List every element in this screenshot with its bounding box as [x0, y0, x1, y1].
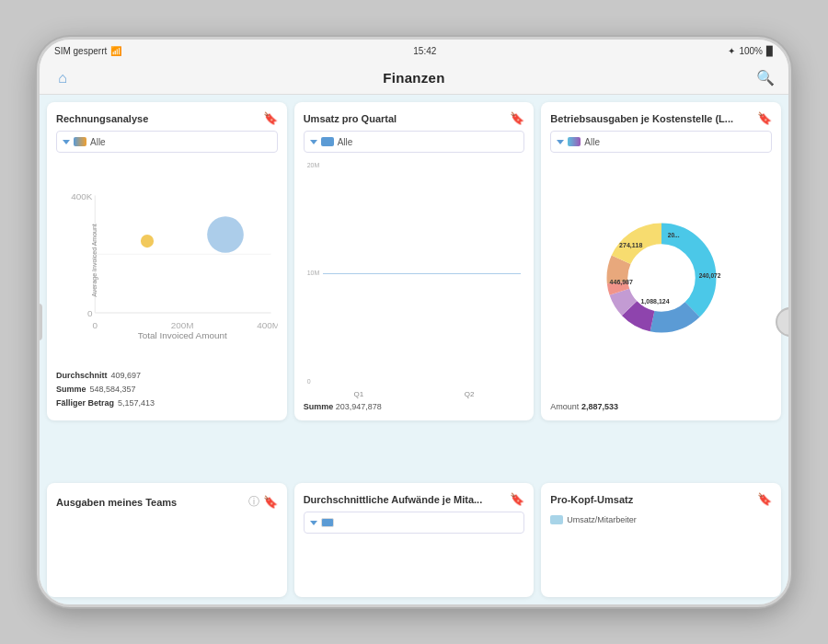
durchschnittliche-title: Durchschnittliche Aufwände je Mita...: [304, 494, 483, 505]
bookmark-icon-2[interactable]: 🔖: [510, 111, 524, 125]
filter-label: Alle: [90, 137, 106, 147]
umsatz-title: Umsatz pro Quartal: [304, 113, 397, 124]
sim-status: SIM gesperrt: [54, 46, 107, 56]
card-header: Rechnungsanalyse 🔖: [56, 111, 278, 125]
search-nav-icon[interactable]: 🔍: [755, 68, 776, 88]
svg-text:274,118: 274,118: [619, 242, 642, 249]
scatter-svg: 400K 0 0 200M 400M Total Invoiced Amount: [56, 158, 278, 363]
status-right: ✦ 100% ▉: [728, 46, 774, 56]
q1-label: Q1: [353, 390, 363, 398]
ausgaben-title: Ausgaben meines Teams: [56, 497, 177, 508]
durchschnittliche-filter[interactable]: [304, 512, 525, 534]
durchschnittliche-filter-row: [304, 512, 525, 534]
legend-swatch: [550, 515, 563, 524]
svg-text:446,987: 446,987: [609, 279, 632, 286]
donut-svg: 1,088,124 446,987 274,118 20... 240,072: [597, 213, 726, 342]
prokopf-header: Pro-Kopf-Umsatz 🔖: [550, 492, 772, 506]
tablet-frame: SIM gesperrt 📶 15:42 ✦ 100% ▉ ⌂ Finanzen…: [37, 37, 791, 607]
amount-text: Amount: [550, 402, 579, 411]
summe-row: Summe 203,947,878: [304, 402, 525, 411]
betriebsausgaben-card: Betriebsausgaben je Kostenstelle (L... 🔖…: [541, 102, 781, 420]
bar-x-labels: Q1 Q2: [304, 388, 525, 398]
home-nav-icon[interactable]: ⌂: [52, 68, 73, 88]
wifi-icon: 📶: [110, 46, 121, 56]
betriebsausgaben-title: Betriebsausgaben je Kostenstelle (L...: [550, 113, 733, 124]
betriebsausgaben-swatch: [568, 137, 581, 146]
rechnungsanalyse-title: Rechnungsanalyse: [56, 113, 148, 124]
nav-title: Finanzen: [383, 70, 444, 86]
bar-chart: 20M 10M 0: [304, 158, 525, 398]
status-time: 15:42: [413, 46, 436, 56]
durchschnittliche-header: Durchschnittliche Aufwände je Mita... 🔖: [304, 492, 525, 506]
svg-point-18: [637, 254, 685, 303]
stat-label-3: Fälliger Betrag: [56, 397, 114, 410]
scatter-chart: Average Invoiced Amount 400K 0 0 200M 40…: [56, 158, 278, 363]
prokopf-legend: Umsatz/Mitarbeiter: [550, 515, 772, 524]
stat-label-1: Durchschnitt: [56, 369, 108, 383]
durchschnittliche-swatch: [321, 518, 334, 527]
bluetooth-icon: ✦: [728, 46, 735, 56]
q2-label: Q2: [465, 390, 475, 398]
rechnungsanalyse-card: Rechnungsanalyse 🔖 Alle Average Invoiced…: [47, 102, 287, 420]
svg-text:400K: 400K: [71, 191, 93, 201]
stat-value-3: 5,157,413: [118, 397, 155, 410]
umsatz-swatch: [321, 137, 334, 146]
dropdown-arrow-2: [310, 140, 317, 144]
betriebsausgaben-filter-dropdown[interactable]: Alle: [550, 131, 772, 153]
betriebsausgaben-filter-row: Alle: [550, 131, 772, 153]
betriebsausgaben-filter-label: Alle: [584, 137, 600, 147]
prokopf-card: Pro-Kopf-Umsatz 🔖 Umsatz/Mitarbeiter: [541, 483, 781, 597]
y-axis-label: Average Invoiced Amount: [91, 224, 98, 298]
amount-label: Amount 2,887,533: [550, 402, 772, 411]
umsatz-filter-row: Alle: [304, 131, 525, 153]
dropdown-arrow: [63, 140, 70, 144]
ref-line: [323, 273, 521, 274]
dropdown-arrow-3: [557, 140, 564, 144]
battery-level: 100%: [739, 46, 763, 56]
bookmark-icon-5[interactable]: 🔖: [510, 492, 524, 506]
summe-value: 203,947,878: [336, 402, 382, 411]
umsatz-header: Umsatz pro Quartal 🔖: [304, 111, 525, 125]
side-button[interactable]: [37, 304, 42, 340]
stat-label-2: Summe: [56, 383, 86, 397]
status-left: SIM gesperrt 📶: [54, 46, 121, 56]
umsatz-card: Umsatz pro Quartal 🔖 Alle 20M: [294, 102, 535, 420]
durchschnittliche-card: Durchschnittliche Aufwände je Mita... 🔖: [294, 483, 535, 597]
svg-text:20...: 20...: [667, 233, 679, 239]
battery-icon: ▉: [766, 46, 774, 56]
bookmark-icon-6[interactable]: 🔖: [757, 492, 772, 506]
filter-swatch: [74, 137, 86, 146]
legend-label: Umsatz/Mitarbeiter: [567, 515, 637, 524]
bookmark-icon[interactable]: 🔖: [263, 111, 278, 125]
betriebsausgaben-header: Betriebsausgaben je Kostenstelle (L... 🔖: [550, 111, 772, 125]
stat-value-1: 409,697: [111, 369, 142, 383]
summe-label: Summe: [304, 402, 334, 411]
nav-bar: ⌂ Finanzen 🔍: [40, 62, 788, 95]
bookmark-icon-4[interactable]: 🔖: [263, 495, 278, 509]
svg-text:200M: 200M: [171, 320, 194, 330]
svg-point-10: [207, 216, 244, 253]
amount-value: 2,887,533: [581, 402, 618, 411]
status-bar: SIM gesperrt 📶 15:42 ✦ 100% ▉: [40, 40, 788, 62]
svg-text:Total Invoiced Amount: Total Invoiced Amount: [138, 330, 227, 340]
svg-point-9: [141, 235, 154, 247]
dashboard-grid: Rechnungsanalyse 🔖 Alle Average Invoiced…: [47, 102, 781, 597]
stat-value-2: 548,584,357: [90, 383, 136, 397]
svg-text:0: 0: [87, 308, 93, 318]
umsatz-filter-dropdown[interactable]: Alle: [304, 131, 525, 153]
umsatz-filter-label: Alle: [338, 137, 353, 147]
stats-row: Durchschnitt409,697 Summe548,584,357 Fäl…: [56, 369, 278, 411]
bookmark-icon-3[interactable]: 🔖: [757, 111, 772, 125]
filter-dropdown[interactable]: Alle: [56, 131, 278, 153]
filter-row: Alle: [56, 131, 278, 153]
donut-chart: 1,088,124 446,987 274,118 20... 240,072: [550, 158, 772, 398]
dropdown-arrow-4: [310, 521, 317, 525]
svg-text:240,072: 240,072: [698, 272, 720, 280]
svg-text:0: 0: [93, 320, 98, 330]
ausgaben-card: Ausgaben meines Teams ⓘ 🔖: [47, 483, 287, 597]
info-icon[interactable]: ⓘ: [248, 494, 259, 510]
svg-text:400M: 400M: [257, 320, 277, 330]
ausgaben-header: Ausgaben meines Teams ⓘ 🔖: [56, 492, 278, 512]
prokopf-title: Pro-Kopf-Umsatz: [550, 494, 633, 505]
svg-text:1,088,124: 1,088,124: [640, 298, 669, 305]
